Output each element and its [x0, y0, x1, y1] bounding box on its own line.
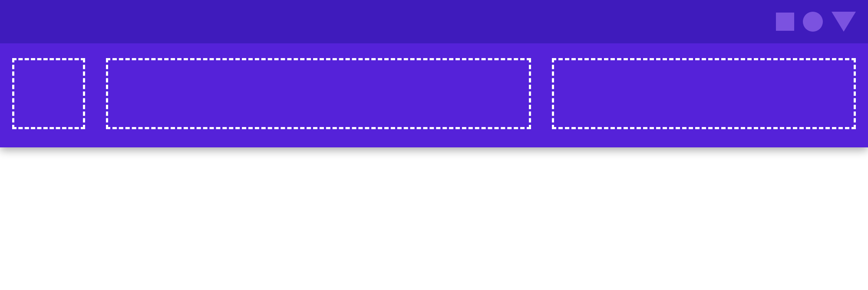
circle-icon	[803, 12, 823, 32]
triangle-down-icon	[832, 12, 856, 32]
title-slot	[106, 58, 531, 129]
app-bar	[0, 0, 868, 147]
status-bar	[0, 0, 868, 43]
navigation-icon-slot[interactable]	[12, 58, 85, 129]
action-items-slot[interactable]	[552, 58, 856, 129]
square-icon	[776, 13, 794, 31]
toolbar	[0, 43, 868, 147]
